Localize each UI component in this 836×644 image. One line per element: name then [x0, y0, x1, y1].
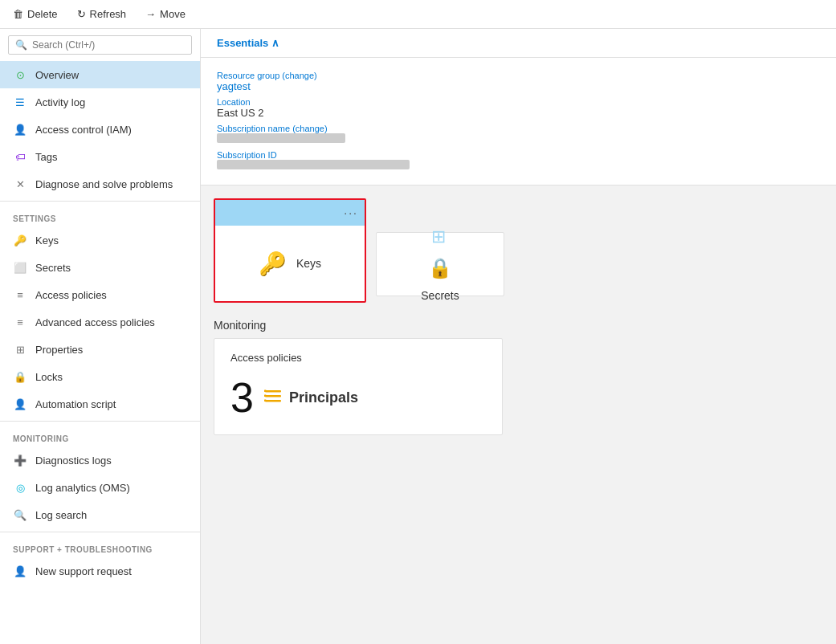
new-support-icon: 👤	[13, 564, 27, 578]
location-label: Location	[217, 97, 820, 107]
overview-icon: ⊙	[13, 67, 27, 82]
access-policies-icon: ≡	[13, 287, 27, 302]
card-detail: Principals	[263, 386, 358, 410]
keys-tile-label: Keys	[296, 257, 321, 270]
sidebar-item-locks[interactable]: 🔒 Locks	[0, 363, 200, 390]
secrets-icon: ⬜	[13, 260, 27, 275]
essentials-bar: Essentials ∧	[201, 29, 836, 58]
diagnostics-logs-icon: ➕	[13, 453, 27, 467]
advanced-access-policies-icon: ≡	[13, 315, 27, 329]
keys-tile-header: ···	[215, 200, 365, 226]
sidebar-item-log-search[interactable]: 🔍 Log search	[0, 501, 200, 528]
sidebar-item-advanced-access-policies[interactable]: ≡ Advanced access policies	[0, 308, 200, 336]
subscription-id-value	[217, 160, 410, 169]
search-input[interactable]	[32, 39, 185, 51]
tiles-area: ··· 🔑 Keys ⊞ 🔒 Secrets Monitoring	[201, 185, 836, 448]
svg-rect-5	[264, 399, 267, 401]
sidebar-item-access-policies[interactable]: ≡ Access policies	[0, 281, 200, 308]
tiles-row-1: ··· 🔑 Keys ⊞ 🔒 Secrets	[214, 198, 823, 303]
access-policies-card-title: Access policies	[230, 352, 486, 364]
subscription-id-label: Subscription ID	[217, 150, 820, 160]
chevron-up-icon: ∧	[271, 37, 279, 49]
sidebar-item-overview[interactable]: ⊙ Overview	[0, 61, 200, 88]
secrets-tile-label: Secrets	[421, 289, 459, 302]
principals-list-icon	[263, 386, 283, 410]
principals-label: Principals	[289, 389, 358, 406]
svg-rect-2	[265, 400, 281, 402]
delete-button[interactable]: 🗑 Delete	[10, 6, 61, 22]
sidebar-item-secrets[interactable]: ⬜ Secrets	[0, 254, 200, 281]
search-icon: 🔍	[15, 39, 27, 51]
settings-section-label: SETTINGS	[0, 205, 200, 226]
search-box[interactable]: 🔍	[8, 35, 192, 55]
automation-script-icon: 👤	[13, 397, 27, 411]
refresh-icon: ↻	[77, 8, 86, 20]
lock-large-icon: 🔒	[428, 257, 452, 279]
svg-rect-1	[265, 395, 281, 397]
sidebar-item-keys[interactable]: 🔑 Keys	[0, 226, 200, 254]
subscription-name-value	[217, 133, 345, 143]
subscription-name-label: Subscription name (change)	[217, 124, 820, 133]
svg-rect-0	[265, 390, 281, 393]
sidebar: 🔍 ⊙ Overview ☰ Activity log 👤 Access con…	[0, 29, 201, 644]
tile-dots-icon: ···	[344, 206, 358, 219]
properties-icon: ⊞	[13, 342, 27, 357]
svg-rect-4	[264, 394, 267, 397]
sidebar-item-activity-log[interactable]: ☰ Activity log	[0, 88, 200, 116]
sidebar-item-tags[interactable]: 🏷 Tags	[0, 143, 200, 170]
svg-rect-3	[264, 389, 267, 392]
move-button[interactable]: → Move	[142, 6, 189, 22]
locks-icon: 🔒	[13, 369, 27, 384]
key-large-icon: 🔑	[259, 251, 287, 277]
tags-icon: 🏷	[13, 149, 27, 164]
refresh-button[interactable]: ↻ Refresh	[74, 6, 130, 22]
sidebar-item-log-analytics[interactable]: ◎ Log analytics (OMS)	[0, 474, 200, 501]
resource-group-value[interactable]: yagtest	[217, 80, 251, 92]
keys-tile[interactable]: ··· 🔑 Keys	[214, 198, 366, 303]
delete-icon: 🗑	[13, 8, 23, 20]
access-policies-card[interactable]: Access policies 3	[214, 338, 503, 435]
essentials-section: Resource group (change) yagtest Location…	[201, 58, 836, 185]
sidebar-item-diagnose[interactable]: ✕ Diagnose and solve problems	[0, 170, 200, 198]
monitoring-section: Monitoring Access policies 3	[214, 316, 823, 435]
location-value: East US 2	[217, 107, 820, 119]
principals-count: 3	[230, 377, 254, 418]
diagnose-icon: ✕	[13, 177, 27, 191]
access-control-icon: 👤	[13, 122, 27, 137]
resource-group-label: Resource group (change)	[217, 71, 820, 80]
log-analytics-icon: ◎	[13, 480, 27, 495]
support-section-label: SUPPORT + TROUBLESHOOTING	[0, 536, 200, 557]
card-metric: 3	[230, 377, 486, 418]
main-content: Essentials ∧ Resource group (change) yag…	[201, 29, 836, 644]
toolbar: 🗑 Delete ↻ Refresh → Move	[0, 0, 836, 29]
log-search-icon: 🔍	[13, 507, 27, 522]
monitoring-label: Monitoring	[214, 316, 823, 338]
monitoring-section-label: MONITORING	[0, 425, 200, 446]
essentials-toggle[interactable]: Essentials ∧	[217, 37, 279, 49]
secrets-tile[interactable]: ⊞ 🔒 Secrets	[376, 232, 504, 296]
sidebar-item-automation-script[interactable]: 👤 Automation script	[0, 390, 200, 418]
keys-tile-body: 🔑 Keys	[215, 226, 365, 301]
sidebar-item-access-control[interactable]: 👤 Access control (IAM)	[0, 116, 200, 143]
keys-icon: 🔑	[13, 233, 27, 247]
sidebar-item-new-support[interactable]: 👤 New support request	[0, 557, 200, 585]
sidebar-item-properties[interactable]: ⊞ Properties	[0, 336, 200, 363]
activity-log-icon: ☰	[13, 95, 27, 109]
move-icon: →	[145, 8, 156, 20]
grid-icon: ⊞	[431, 226, 446, 247]
sidebar-item-diagnostics-logs[interactable]: ➕ Diagnostics logs	[0, 446, 200, 474]
